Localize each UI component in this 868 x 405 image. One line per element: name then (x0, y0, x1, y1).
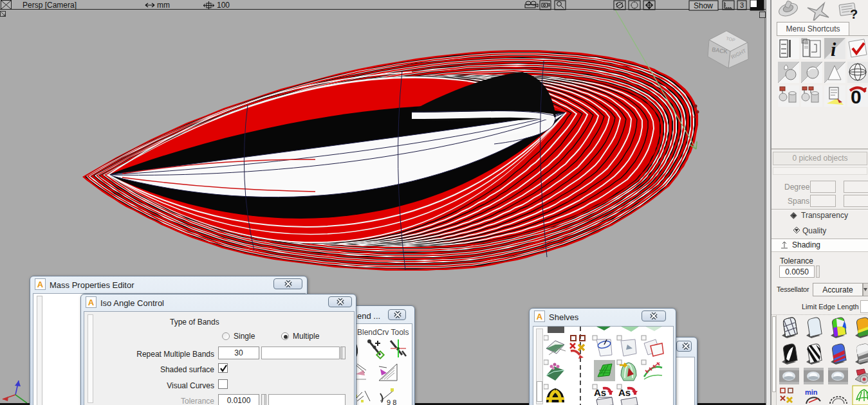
svg-text:min: min (805, 388, 818, 396)
svg-text:3: 3 (740, 1, 744, 9)
svg-text:?: ? (850, 7, 858, 21)
svg-text:9 8: 9 8 (387, 399, 396, 405)
svg-text:Show: Show (694, 1, 713, 10)
svg-text:i: i (831, 39, 836, 60)
